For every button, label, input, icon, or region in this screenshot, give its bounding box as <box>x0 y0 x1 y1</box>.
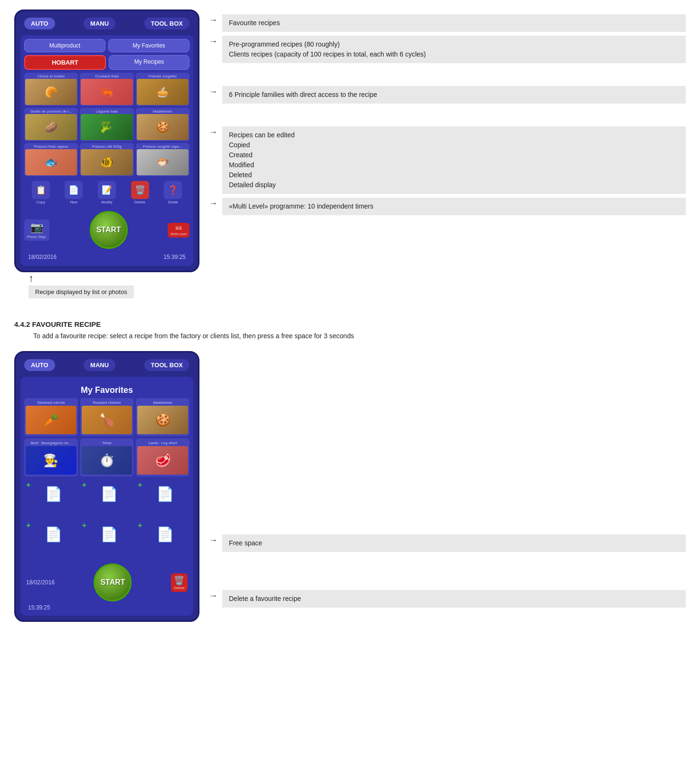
list-item[interactable]: Poisson surgelé vape... 🐡 <box>136 143 189 176</box>
list-item[interactable]: Beef : Bourguignon sh... 👨‍🍳 <box>24 438 78 476</box>
empty-slots-row1: + 📄 + 📄 + 📄 <box>24 479 189 517</box>
recipe-image: 🥔 <box>25 114 77 140</box>
favorites-recipe-grid: Steamed carrots 🥕 Roasted chicken 🍗 Made… <box>24 398 189 476</box>
detail-label: Detail <box>168 200 178 204</box>
modify-button[interactable]: 📝 Modify <box>98 181 116 204</box>
recipe-label: Choux et éclairs <box>37 74 66 79</box>
recipe-image: 🐠 <box>81 149 132 175</box>
annotation-box-3: 6 Principle families with direct access … <box>222 86 686 104</box>
fav-auto-tab[interactable]: AUTO <box>24 359 55 371</box>
list-item[interactable]: Crustacé frais 🦐 <box>80 73 133 106</box>
hobart-button[interactable]: HOBART <box>24 55 106 70</box>
new-icon: 📄 <box>65 181 83 199</box>
fav-recipe-image: 🍗 <box>82 406 132 434</box>
manu-tab[interactable]: MANU <box>84 18 115 29</box>
fav-date: 18/02/2016 <box>26 579 55 586</box>
annotation-row-5: → «Multi Level» programme: 10 independen… <box>209 198 686 215</box>
delete-icon: 🗑️ <box>131 181 149 199</box>
arrow-icon-5: → <box>209 199 218 209</box>
fav-delete-label: Delete <box>174 586 185 590</box>
copy-button[interactable]: 📋 Copy <box>32 181 50 204</box>
empty-slot[interactable]: + 📄 <box>80 519 134 557</box>
fav-recipe-image: 🥩 <box>137 446 188 475</box>
fav-recipe-label: Steamed carrots <box>36 400 66 406</box>
main-layout: AUTO MANU TOOL BOX Multiproduct My Favor… <box>14 10 686 622</box>
empty-doc-icon: 📄 <box>142 526 188 543</box>
empty-slot[interactable]: + 📄 <box>136 519 189 557</box>
top-annotations: → Favourite recipes → Pre-programmed rec… <box>209 10 686 302</box>
device-header: AUTO MANU TOOL BOX <box>20 16 193 31</box>
recipe-image: 🍪 <box>137 114 189 140</box>
annotation-row-1: → Favourite recipes <box>209 14 686 32</box>
delete-label: Delete <box>134 200 145 204</box>
favorites-title: My Favorites <box>24 381 189 398</box>
fav-delete-button[interactable]: 🗑️ Delete <box>171 573 188 592</box>
my-recipes-button[interactable]: My Recipes <box>109 55 189 70</box>
device-date: 18/02/2016 <box>28 254 57 260</box>
list-item[interactable]: Poisson rôti 500g 🐠 <box>80 143 133 176</box>
bottom-annotations: → Free space → Delete a favourite recipe <box>209 351 686 622</box>
empty-doc-icon: 📄 <box>142 486 188 502</box>
list-item[interactable]: Poisson frais vapeur 🐟 <box>24 143 78 176</box>
fav-start-button[interactable]: START <box>94 563 132 601</box>
list-item[interactable]: Lamb : Leg short 🥩 <box>136 438 189 476</box>
list-item[interactable]: Madeleines 🍪 <box>136 398 189 436</box>
add-icon: + <box>138 521 142 530</box>
my-favorites-button[interactable]: My Favorites <box>108 39 189 52</box>
nav-buttons-row2: HOBART My Recipes <box>24 55 189 70</box>
arrow-icon-2: → <box>209 37 218 47</box>
photo-disp-label: Photo Disp. <box>27 235 47 239</box>
arrow-icon-3: → <box>209 87 218 97</box>
recipe-image: 🐟 <box>25 149 77 175</box>
device-body: Multiproduct My Favorites HOBART My Reci… <box>20 35 193 266</box>
empty-doc-icon: 📄 <box>86 486 132 502</box>
empty-slot[interactable]: + 📄 <box>24 519 78 557</box>
list-item[interactable]: Madeleines 🍪 <box>136 108 189 141</box>
bottom-section: AUTO MANU TOOL BOX My Favorites Steamed … <box>14 351 686 622</box>
new-label: New <box>70 200 77 204</box>
modify-icon: 📝 <box>98 181 116 199</box>
annotation-row-2: → Pre-programmed recipes (80 roughly) Cl… <box>209 36 686 63</box>
empty-doc-icon: 📄 <box>30 486 76 502</box>
list-item[interactable]: Gratin de pommes de t... 🥔 <box>24 108 78 141</box>
start-button[interactable]: START <box>90 211 128 249</box>
toolbox-tab[interactable]: TOOL BOX <box>144 18 189 29</box>
add-icon: + <box>26 481 30 489</box>
bottom-annotation-2: → Delete a favourite recipe <box>209 590 686 608</box>
arrow-icon-1: → <box>209 15 218 25</box>
fav-recipe-label: Lamb : Leg short <box>148 440 178 446</box>
nav-buttons-row1: Multiproduct My Favorites <box>24 39 189 52</box>
new-button[interactable]: 📄 New <box>65 181 83 204</box>
list-item[interactable]: Friands surgelés 🥧 <box>136 73 189 106</box>
fav-recipe-label: Roasted chicken <box>92 400 122 406</box>
photo-disp-button[interactable]: 📷 Photo Disp. <box>24 219 49 241</box>
multi-level-button[interactable]: ≡≡ Multi-Level <box>168 223 189 238</box>
recipe-image: 🥐 <box>25 79 77 105</box>
empty-slot[interactable]: + 📄 <box>80 479 134 517</box>
detail-icon: ❓ <box>164 181 182 199</box>
empty-slot[interactable]: + 📄 <box>24 479 78 517</box>
auto-tab[interactable]: AUTO <box>24 18 55 29</box>
add-icon: + <box>26 521 30 530</box>
multi-level-label: Multi-Level <box>170 232 187 236</box>
recipe-image: 🥧 <box>137 79 189 105</box>
copy-label: Copy <box>36 200 45 204</box>
fav-toolbox-tab[interactable]: TOOL BOX <box>144 359 189 371</box>
add-icon: + <box>138 481 142 489</box>
recipe-image: 🐡 <box>137 149 189 175</box>
list-item[interactable]: Légume frais 🥦 <box>80 108 133 141</box>
detail-button[interactable]: ❓ Detail <box>164 181 182 204</box>
multiproduct-button[interactable]: Multiproduct <box>24 39 105 52</box>
delete-button[interactable]: 🗑️ Delete <box>131 181 149 204</box>
recipe-label: Poisson rôti 500g <box>91 144 123 149</box>
bottom-annotation-box-2: Delete a favourite recipe <box>222 590 686 608</box>
empty-doc-icon: 📄 <box>30 526 76 543</box>
fav-manu-tab[interactable]: MANU <box>84 359 115 371</box>
empty-slot[interactable]: + 📄 <box>136 479 189 517</box>
add-icon: + <box>82 481 86 489</box>
list-item[interactable]: Roasted chicken 🍗 <box>80 398 134 436</box>
list-item[interactable]: Timer ⏱️ <box>80 438 134 476</box>
list-item[interactable]: Steamed carrots 🥕 <box>24 398 78 436</box>
list-item[interactable]: Choux et éclairs 🥐 <box>24 73 78 106</box>
start-label: START <box>96 226 121 234</box>
